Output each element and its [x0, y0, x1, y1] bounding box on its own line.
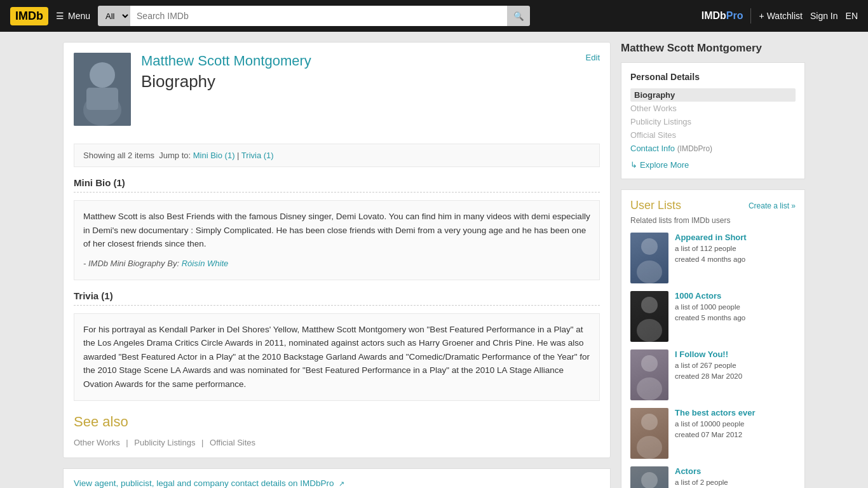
imdb-logo[interactable]: IMDb [10, 7, 48, 25]
actor-name-link[interactable]: Matthew Scott Montgomery [141, 53, 311, 69]
list-item: The best actors evera list of 10000 peop… [630, 408, 796, 459]
list-item: Actorsa list of 2 people [630, 466, 796, 488]
bio-attribution: - IMDb Mini Biography By: Róisín White [83, 257, 590, 271]
see-also-links: Other Works | Publicity Listings | Offic… [74, 438, 600, 447]
related-lists-label: Related lists from IMDb users [630, 216, 796, 225]
search-input[interactable] [130, 6, 507, 26]
list-info: I Follow You!!a list of 267 peoplecreate… [675, 349, 796, 383]
signin-button[interactable]: Sign In [810, 11, 838, 21]
edit-link[interactable]: Edit [586, 53, 600, 62]
view-agent-link[interactable]: View agent, publicist, legal and company… [74, 478, 344, 488]
imdbpro-logo[interactable]: IMDbPro [702, 10, 743, 22]
mini-bio-heading: Mini Bio (1) [74, 177, 600, 193]
showing-info: Showing all 2 items Jump to: Mini Bio (1… [74, 144, 600, 167]
list-subtitle: a list of 2 people [675, 477, 796, 488]
sidebar-item-other-works: Other Works [630, 102, 796, 115]
trivia-text: For his portrayal as Kendall Parker in D… [83, 323, 590, 391]
watchlist-icon: + [759, 11, 764, 21]
external-link-icon: ↗ [339, 480, 344, 487]
user-lists-heading: User Lists [630, 199, 681, 212]
list-title[interactable]: Appeared in Short [675, 233, 796, 242]
user-lists-header: User Lists Create a list » [630, 199, 796, 212]
main-content: Matthew Scott Montgomery Biography Edit … [63, 42, 611, 488]
svg-point-6 [641, 297, 658, 313]
svg-point-5 [637, 261, 662, 283]
list-item: Appeared in Shorta list of 112 peoplecre… [630, 233, 796, 283]
sidebar-actor-name: Matthew Scott Montgomery [621, 42, 805, 55]
actor-photo [74, 53, 131, 126]
showing-text: Showing all 2 items [83, 151, 154, 160]
svg-rect-3 [86, 88, 118, 110]
user-lists-container: Appeared in Shorta list of 112 peoplecre… [630, 233, 796, 488]
sidebar: Matthew Scott Montgomery Personal Detail… [621, 42, 805, 488]
search-icon: 🔍 [513, 11, 524, 21]
create-list-link[interactable]: Create a list » [749, 201, 796, 210]
list-item: 1000 Actorsa list of 1000 peoplecreated … [630, 291, 796, 342]
list-thumb-image [630, 408, 668, 459]
list-thumb [630, 291, 668, 342]
actor-silhouette [74, 53, 131, 126]
list-subtitle: a list of 267 peoplecreated 28 Mar 2020 [675, 360, 796, 383]
mini-bio-text-box: Matthew Scott is also Best Friends with … [74, 200, 600, 280]
personal-details-heading: Personal Details [630, 72, 796, 82]
list-thumb [630, 466, 668, 488]
list-info: 1000 Actorsa list of 1000 peoplecreated … [675, 291, 796, 324]
list-title[interactable]: 1000 Actors [675, 291, 796, 301]
list-thumb [630, 408, 668, 459]
svg-point-8 [641, 355, 658, 372]
svg-point-7 [637, 319, 662, 342]
sidebar-item-contact[interactable]: Contact Info (IMDbPro) [630, 142, 796, 155]
trivia-heading: Trivia (1) [74, 290, 600, 306]
view-agent-box: View agent, publicist, legal and company… [63, 468, 611, 488]
list-thumb-image [630, 466, 668, 488]
language-selector[interactable]: EN [846, 11, 858, 21]
explore-more-link[interactable]: ↳ Explore More [630, 160, 796, 170]
list-title[interactable]: I Follow You!! [675, 349, 796, 359]
list-title[interactable]: Actors [675, 466, 796, 476]
list-subtitle: a list of 10000 peoplecreated 07 Mar 201… [675, 419, 796, 441]
sidebar-item-official-sites: Official Sites [630, 128, 796, 142]
list-title[interactable]: The best actors ever [675, 408, 796, 417]
biography-card: Matthew Scott Montgomery Biography Edit … [63, 42, 611, 458]
page-container: Matthew Scott Montgomery Biography Edit … [53, 32, 815, 488]
menu-button[interactable]: ☰ Menu [56, 11, 90, 21]
list-subtitle: a list of 112 peoplecreated 4 months ago [675, 243, 796, 266]
biography-heading: Biography [141, 72, 311, 92]
personal-details-box: Personal Details Biography Other Works P… [621, 62, 805, 179]
search-button[interactable]: 🔍 [507, 6, 530, 26]
search-category-select[interactable]: All [98, 6, 130, 26]
svg-point-1 [90, 62, 115, 88]
actor-photo-image [74, 53, 131, 126]
list-thumb [630, 349, 668, 400]
list-info: The best actors evera list of 10000 peop… [675, 408, 796, 441]
list-thumb-image [630, 291, 668, 342]
list-thumb-image [630, 349, 668, 400]
sidebar-nav: Biography Other Works Publicity Listings… [630, 88, 796, 155]
mini-bio-link[interactable]: Mini Bio (1) [193, 151, 235, 160]
hamburger-icon: ☰ [56, 11, 64, 21]
list-info: Actorsa list of 2 people [675, 466, 796, 488]
watchlist-button[interactable]: + Watchlist [759, 11, 802, 21]
list-info: Appeared in Shorta list of 112 peoplecre… [675, 233, 796, 266]
header: IMDb ☰ Menu All 🔍 IMDbPro + Watchlist Si… [0, 0, 868, 32]
sidebar-item-publicity: Publicity Listings [630, 115, 796, 128]
list-item: I Follow You!!a list of 267 peoplecreate… [630, 349, 796, 400]
other-works-link[interactable]: Other Works [74, 438, 120, 447]
see-also-heading: See also [74, 414, 600, 430]
official-sites-link[interactable]: Official Sites [210, 438, 255, 447]
list-thumb [630, 233, 668, 283]
svg-point-10 [641, 414, 658, 430]
header-divider [750, 8, 751, 24]
attribution-author-link[interactable]: Róisín White [182, 259, 229, 268]
trivia-link[interactable]: Trivia (1) [241, 151, 274, 160]
sidebar-item-biography[interactable]: Biography [630, 88, 796, 102]
list-thumb-image [630, 233, 668, 283]
jump-to-label: Jump to: [159, 151, 191, 160]
mini-bio-text: Matthew Scott is also Best Friends with … [83, 210, 590, 251]
svg-point-4 [641, 238, 658, 255]
svg-point-12 [641, 472, 658, 488]
publicity-listings-link[interactable]: Publicity Listings [134, 438, 195, 447]
bio-title-area: Matthew Scott Montgomery Biography [141, 53, 311, 92]
contact-info-link[interactable]: Contact Info [630, 144, 675, 153]
list-subtitle: a list of 1000 peoplecreated 5 months ag… [675, 302, 796, 324]
